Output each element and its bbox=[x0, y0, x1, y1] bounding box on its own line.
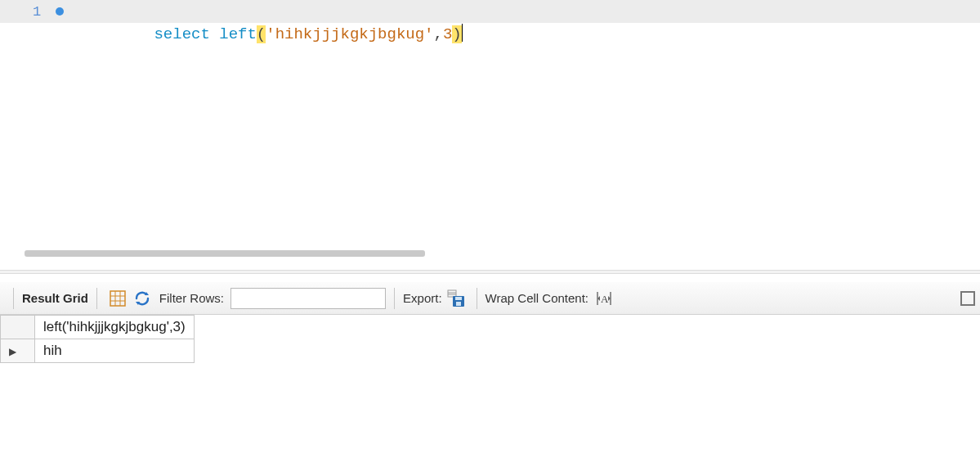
row-marker-header bbox=[1, 316, 35, 339]
result-table: left('hihkjjjkgkjbgkug',3) ▶ hih bbox=[0, 315, 195, 363]
wrap-cell-label: Wrap Cell Content: bbox=[486, 291, 588, 305]
result-grid-label: Result Grid bbox=[22, 291, 88, 305]
editor-line[interactable]: 1 select left('hihkjjjkgkjbgkug',3) bbox=[0, 0, 980, 23]
keyword-select: select bbox=[154, 25, 219, 43]
toolbar-separator bbox=[13, 288, 14, 309]
toolbar-separator bbox=[394, 288, 395, 309]
export-save-icon[interactable] bbox=[447, 289, 465, 307]
result-grid[interactable]: left('hihkjjjkgkjbgkug',3) ▶ hih bbox=[0, 315, 980, 363]
svg-rect-11 bbox=[455, 297, 462, 300]
toolbar-separator bbox=[96, 288, 97, 309]
code-text[interactable]: select left('hihkjjjkgkjbgkug',3) bbox=[98, 0, 463, 69]
toolbar-separator bbox=[477, 288, 477, 309]
current-row-arrow-icon: ▶ bbox=[9, 346, 16, 357]
grid-view-icon[interactable] bbox=[109, 289, 127, 307]
comma: , bbox=[434, 25, 443, 43]
number-arg: 3 bbox=[443, 25, 452, 43]
svg-text:A: A bbox=[601, 293, 609, 305]
function-left: left bbox=[219, 25, 257, 43]
sql-editor[interactable]: 1 select left('hihkjjjkgkjbgkug',3) bbox=[0, 0, 980, 245]
table-row[interactable]: ▶ hih bbox=[1, 339, 195, 363]
breakpoint-marker-icon[interactable] bbox=[56, 7, 64, 16]
data-cell[interactable]: hih bbox=[35, 339, 195, 363]
wrap-cell-icon[interactable]: A bbox=[595, 289, 613, 307]
table-header-row: left('hihkjjjkgkjbgkug',3) bbox=[1, 316, 195, 339]
panel-toggle-icon[interactable] bbox=[960, 291, 975, 306]
export-label: Export: bbox=[403, 291, 442, 305]
svg-rect-0 bbox=[110, 291, 125, 306]
editor-gutter: 1 bbox=[0, 0, 98, 23]
refresh-icon[interactable] bbox=[133, 289, 151, 307]
filter-rows-label: Filter Rows: bbox=[159, 291, 224, 305]
row-marker-cell: ▶ bbox=[1, 339, 35, 363]
svg-rect-12 bbox=[456, 302, 461, 306]
filter-rows-input[interactable] bbox=[230, 288, 386, 309]
editor-horizontal-scrollbar[interactable] bbox=[25, 250, 425, 257]
line-number: 1 bbox=[33, 4, 41, 20]
string-literal: 'hihkjjjkgkjbgkug' bbox=[266, 25, 433, 43]
paren-open: ( bbox=[257, 25, 266, 43]
results-toolbar: Result Grid Filter Rows: Export: bbox=[0, 282, 980, 315]
column-header[interactable]: left('hihkjjjkgkjbgkug',3) bbox=[35, 316, 195, 339]
text-cursor-icon bbox=[462, 24, 463, 42]
pane-splitter[interactable] bbox=[0, 270, 980, 274]
paren-close: ) bbox=[452, 25, 461, 43]
svg-rect-7 bbox=[448, 290, 456, 297]
